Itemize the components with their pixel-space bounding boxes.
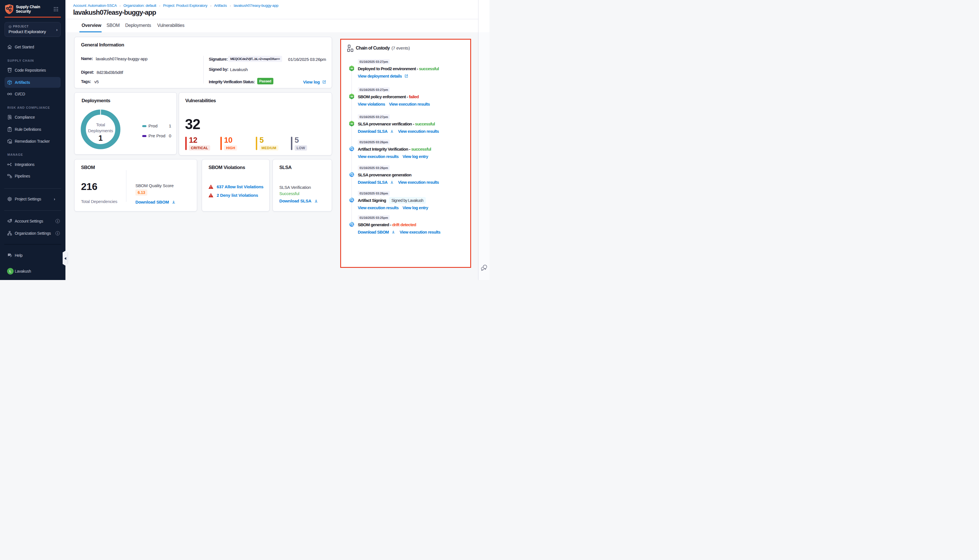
- svg-text:?: ?: [8, 254, 10, 256]
- svg-text:∞: ∞: [351, 94, 353, 98]
- svg-text:∞: ∞: [351, 66, 353, 70]
- svg-text:∞: ∞: [351, 122, 353, 126]
